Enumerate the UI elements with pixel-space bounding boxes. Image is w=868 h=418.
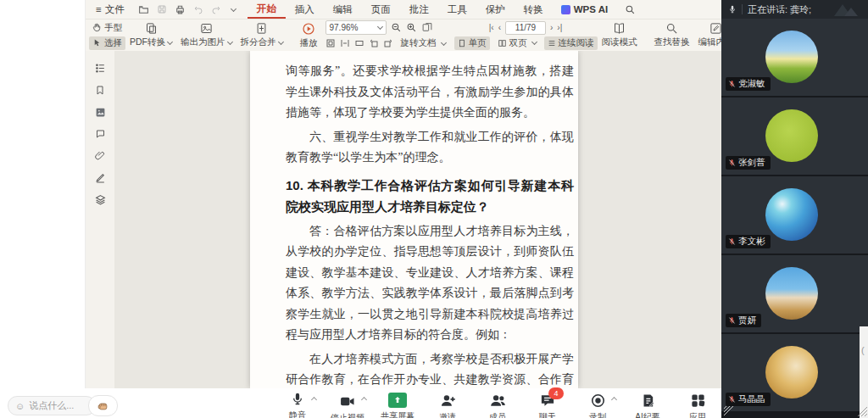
find-replace-button[interactable]: 查找替换	[650, 21, 694, 49]
meeting-controls: 静音 停止视频 共享屏幕 邀请 成员 4 聊天 录制	[280, 391, 715, 418]
rotate-right-icon[interactable]	[383, 38, 393, 48]
apps-button[interactable]: 应用	[680, 391, 715, 418]
fit-page-icon[interactable]	[354, 38, 364, 48]
first-page-icon[interactable]: |‹	[489, 23, 494, 32]
attachment-icon[interactable]	[95, 150, 105, 161]
tab-protect[interactable]: 保护	[476, 1, 515, 18]
speaking-label: 正在讲话: 龚玲;	[748, 3, 811, 16]
file-menu-button[interactable]: ≡ 文件	[91, 3, 130, 16]
participant-nametag: 李文彬	[726, 235, 771, 248]
hamburger-icon: ≡	[96, 4, 102, 14]
participant-tile[interactable]: 张剑普	[721, 98, 868, 175]
split-merge-button[interactable]: 拆分合并	[236, 21, 287, 49]
signature-pen-icon[interactable]	[95, 172, 106, 183]
read-mode-button[interactable]: 阅读模式	[598, 21, 642, 49]
tab-insert[interactable]: 插入	[286, 1, 324, 18]
quickbar-dropdown-icon[interactable]	[231, 5, 236, 11]
chat-badge: 4	[548, 387, 564, 399]
avatar	[765, 31, 818, 83]
side-rail	[86, 51, 115, 388]
resize-grip-right-icon[interactable]	[857, 406, 868, 417]
chevron-up-icon[interactable]	[361, 397, 367, 403]
chat-button[interactable]: 4 聊天	[530, 391, 565, 418]
share-screen-button[interactable]: 共享屏幕	[380, 391, 415, 418]
chevron-down-icon	[167, 38, 173, 44]
last-page-icon[interactable]: ›|	[557, 23, 562, 32]
wps-ai-icon	[561, 5, 570, 14]
tab-convert[interactable]: 转换	[515, 1, 553, 18]
play-button[interactable]: 播放	[296, 21, 322, 50]
pdf-page[interactable]: 询等服务”。还要求学校根据学生特点因材施教，搭建学生课外科技及文体活动平台，有激…	[250, 51, 578, 388]
comment-icon[interactable]	[95, 129, 106, 139]
speaking-banner: 正在讲话: 龚玲;	[721, 0, 868, 19]
page-number-input[interactable]: 11/79	[505, 21, 546, 35]
zoom-out-icon[interactable]	[391, 22, 402, 33]
participant-name: 贾妍	[738, 315, 756, 326]
layers-icon[interactable]	[95, 194, 106, 205]
document-area[interactable]: 询等服务”。还要求学校根据学生特点因材施教，搭建学生课外科技及文体活动平台，有激…	[114, 51, 722, 388]
participant-name: 张剑普	[738, 157, 765, 169]
participant-nametag: 张剑普	[726, 156, 771, 170]
fit-window-icon[interactable]	[326, 38, 336, 48]
stop-video-button[interactable]: 停止视频	[330, 391, 365, 418]
record-button[interactable]: 录制	[580, 391, 615, 418]
muted-mic-icon	[728, 395, 736, 404]
participant-name: 党淑敏	[738, 78, 765, 90]
mic-icon	[728, 4, 737, 14]
bookmark-icon[interactable]	[95, 85, 105, 96]
participant-name: 马晶晶	[738, 393, 765, 405]
collapse-handle-icon[interactable]: (	[861, 345, 865, 355]
chevron-up-icon[interactable]	[611, 397, 617, 403]
print-icon[interactable]	[175, 4, 186, 15]
invite-button[interactable]: 邀请	[430, 391, 465, 418]
participant-nametag: 贾妍	[726, 314, 761, 327]
hand-tool-button[interactable]: 手型	[89, 21, 125, 35]
continuous-read-button[interactable]: 连续阅读	[544, 36, 598, 50]
tab-comment[interactable]: 批注	[400, 1, 438, 18]
participant-tile[interactable]: 党淑敏	[721, 19, 868, 96]
zoom-level-select[interactable]: 97.96%	[326, 20, 387, 35]
tab-home[interactable]: 开始	[248, 0, 286, 19]
tab-page[interactable]: 页面	[362, 1, 400, 18]
open-folder-icon[interactable]	[138, 4, 149, 15]
pages-icon[interactable]	[421, 22, 433, 33]
next-page-icon[interactable]: ›	[550, 23, 553, 32]
search-icon[interactable]	[625, 4, 636, 15]
paragraph: 六、重视学生对教学工作和就业工作的评价，体现教育教学“以学生为本”的理念。	[286, 127, 574, 169]
pdf-convert-button[interactable]: PDF转换	[125, 21, 176, 49]
rotate-left-icon[interactable]	[369, 38, 379, 48]
participant-nametag: 马晶晶	[726, 393, 771, 406]
avatar	[765, 109, 818, 162]
prev-page-icon[interactable]: ‹	[498, 23, 501, 32]
outline-icon[interactable]	[95, 63, 106, 74]
resize-grip-left-icon[interactable]	[723, 405, 734, 416]
chevron-up-icon[interactable]	[311, 397, 317, 403]
sidebar-edge-column: (	[860, 326, 868, 418]
zoom-in-icon[interactable]	[406, 22, 417, 33]
ai-notes-button[interactable]: AI纪要	[630, 391, 665, 418]
thumbnail-icon[interactable]	[95, 107, 106, 118]
members-button[interactable]: 成员	[480, 391, 515, 418]
double-page-button[interactable]: 双页	[494, 36, 540, 50]
mute-button[interactable]: 静音	[280, 391, 315, 418]
chat-quick-input[interactable]: ☺ 说点什么...	[8, 396, 96, 415]
participant-tile[interactable]: 马晶晶	[721, 334, 868, 411]
export-image-button[interactable]: 输出为图片	[176, 21, 236, 49]
rotate-doc-button[interactable]: 旋转文档	[398, 36, 449, 50]
meeting-bottom-bar: ☺ 说点什么... 静音 停止视频 共享屏幕 邀请 成员	[0, 388, 721, 418]
participant-tile[interactable]: 贾妍	[721, 255, 868, 332]
select-tool-button[interactable]: 选择	[89, 36, 125, 50]
save-icon[interactable]	[157, 4, 167, 14]
undo-icon[interactable]	[193, 4, 203, 14]
participant-tile[interactable]: 李文彬	[721, 176, 868, 254]
fit-width-icon[interactable]	[340, 38, 350, 48]
tab-edit[interactable]: 编辑	[324, 1, 362, 18]
tab-tools[interactable]: 工具	[438, 1, 476, 18]
redo-icon[interactable]	[211, 4, 221, 14]
chevron-down-icon	[277, 38, 283, 44]
muted-mic-icon	[728, 237, 736, 246]
single-page-button[interactable]: 单页	[454, 36, 490, 50]
question-heading: 10. 本科教学工作合格评估方案如何引导新建本科院校实现应用型人才培养目标定位？	[286, 175, 574, 217]
tab-wps-ai[interactable]: WPS AI	[553, 4, 616, 14]
reaction-fist-button[interactable]	[88, 395, 118, 416]
